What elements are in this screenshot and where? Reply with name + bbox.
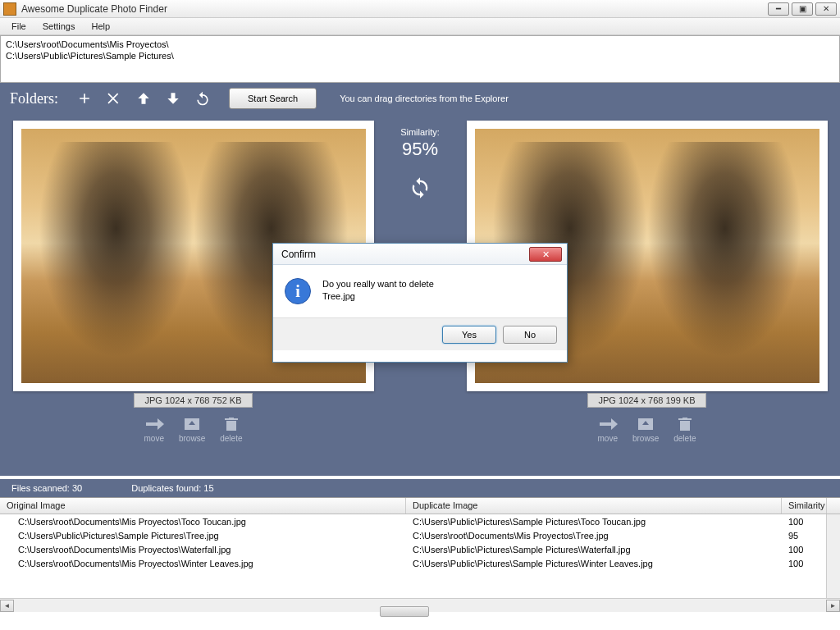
dialog-message-line1: Do you really want to delete: [322, 278, 434, 290]
dialog-message-line2: Tree.jpg: [322, 290, 434, 303]
confirm-dialog: Confirm ✕ i Do you really want to delete…: [272, 243, 568, 363]
modal-overlay: Confirm ✕ i Do you really want to delete…: [0, 0, 840, 630]
dialog-yes-button[interactable]: Yes: [442, 326, 496, 344]
dialog-close-button[interactable]: ✕: [529, 247, 562, 262]
dialog-footer: Yes No: [273, 317, 567, 350]
dialog-title-text: Confirm: [278, 249, 529, 260]
dialog-no-button[interactable]: No: [503, 326, 557, 344]
dialog-body: i Do you really want to delete Tree.jpg: [273, 265, 567, 317]
dialog-titlebar[interactable]: Confirm ✕: [273, 244, 567, 265]
dialog-message: Do you really want to delete Tree.jpg: [322, 278, 434, 304]
info-icon: i: [285, 278, 311, 304]
